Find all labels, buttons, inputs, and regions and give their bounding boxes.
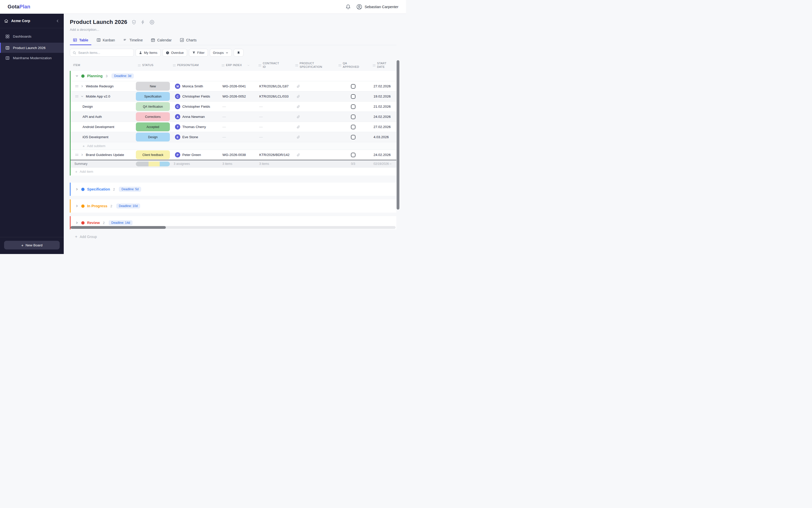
drag-handle-icon[interactable] [75,95,79,97]
item-name[interactable]: API and Auth [83,115,102,119]
item-name[interactable]: Design [83,104,93,109]
shield-check-icon[interactable] [132,20,136,25]
sidebar-item-dashboards[interactable]: Dashboards [0,31,64,41]
subitem-row[interactable]: Design QA Verification CChristopher Fiel… [71,101,396,112]
sidebar-item-product-launch-2026[interactable]: Product Launch 2026 [0,43,64,53]
person-name[interactable]: Christopher Fields [182,94,210,98]
drag-handle-icon[interactable] [75,85,79,87]
paperclip-icon[interactable] [296,94,300,98]
item-name[interactable]: iOS Development [83,135,108,139]
contract-id-cell[interactable]: — [256,122,293,132]
contract-id-cell[interactable]: — [256,112,293,122]
add-subitem-button[interactable]: + Add subitem [71,142,396,150]
add-group-button[interactable]: + Add Group [75,235,406,239]
erp-index-cell[interactable]: — [219,112,256,122]
expand-row-icon[interactable] [81,153,84,157]
tab-kanban[interactable]: Kanban [93,36,118,45]
column-header-qa-approved[interactable]: QAAPPROVED [335,62,369,69]
horizontal-scrollbar-track[interactable] [71,226,396,229]
vertical-scrollbar[interactable] [397,60,399,210]
lightning-icon[interactable] [141,20,145,25]
start-date-cell[interactable]: 4.03.2026 [370,132,396,142]
collapse-sidebar-icon[interactable] [56,19,60,23]
group-name[interactable]: Planning [87,74,102,78]
erp-index-cell[interactable]: WG-2026-0038 [219,150,256,160]
erp-index-cell[interactable]: WG-2026-0052 [219,91,256,101]
user-menu[interactable]: Sebastian Carpenter [356,4,398,10]
group-name[interactable]: Specification [87,187,110,191]
start-date-cell[interactable]: 24.02.2026 [370,150,396,160]
contract-id-cell[interactable]: KTR/2026/BDR/142 [256,150,293,160]
start-date-cell[interactable]: 27.02.2026 [370,81,396,91]
qa-checkbox[interactable] [351,94,356,99]
status-badge[interactable]: QA Verification [136,102,170,111]
erp-index-cell[interactable]: — [219,132,256,142]
item-name[interactable]: Brand Guidelines Update [86,153,124,157]
status-badge[interactable]: Corrections [136,112,170,121]
qa-checkbox[interactable] [351,104,356,109]
column-header-erp[interactable]: ERP INDEX [218,64,255,67]
column-header-person[interactable]: PERSON/TEAM [170,64,218,67]
my-items-button[interactable]: My Items [136,49,161,57]
person-name[interactable]: Thomas Cherry [182,125,206,129]
subitem-row[interactable]: API and Auth Corrections AAnna Newman — … [71,112,396,122]
tab-table[interactable]: Table [70,36,91,45]
new-board-button[interactable]: + New Board [4,241,60,249]
start-date-cell[interactable]: 19.02.2026 [370,91,396,101]
column-header-status[interactable]: STATUS [135,64,170,67]
status-badge[interactable]: New [136,82,170,91]
board-description-placeholder[interactable]: Add a description... [70,28,400,32]
subitem-row[interactable]: Android Development Accepted TThomas Che… [71,122,396,132]
qa-checkbox[interactable] [351,125,356,129]
paperclip-icon[interactable] [296,153,300,157]
expand-group-icon[interactable] [75,204,79,208]
contract-id-cell[interactable]: KTR/2026/LCL/033 [256,91,293,101]
group-name[interactable]: In Progress [87,204,107,208]
paperclip-icon[interactable] [296,115,300,119]
contract-id-cell[interactable]: — [256,132,293,142]
column-header-start-date[interactable]: STARTDATE [369,62,396,69]
start-date-cell[interactable]: 27.02.2026 [370,122,396,132]
bookmark-button[interactable] [234,49,243,57]
workspace-header[interactable]: Acme Corp [0,14,64,28]
filter-button[interactable]: Filter [189,49,208,57]
deadline-badge[interactable]: Deadline: 3d [111,73,134,79]
expand-group-icon[interactable] [75,221,79,224]
deadline-badge[interactable]: Deadline: 10d [116,204,140,209]
paperclip-icon[interactable] [296,84,300,88]
paperclip-icon[interactable] [296,104,300,109]
erp-index-cell[interactable]: WG-2026-0041 [219,81,256,91]
add-item-button[interactable]: + Add item [71,167,396,175]
column-header-item[interactable]: ITEM [70,64,135,67]
start-date-cell[interactable]: 24.02.2026 [370,112,396,122]
item-name[interactable]: Android Development [83,125,114,129]
person-name[interactable]: Monica Smith [182,84,203,88]
person-name[interactable]: Anna Newman [182,115,205,119]
qa-checkbox[interactable] [351,153,356,157]
item-name[interactable]: Website Redesign [86,84,114,88]
table-row[interactable]: Brand Guidelines Update Client feedback … [71,150,396,160]
start-date-cell[interactable]: 21.02.2026 [370,101,396,112]
status-badge[interactable]: Client feedback [136,151,170,159]
overdue-button[interactable]: Overdue [163,49,187,57]
qa-checkbox[interactable] [351,135,356,139]
collapse-row-icon[interactable] [81,95,84,98]
search-input[interactable] [78,51,131,55]
expand-group-icon[interactable] [75,187,79,191]
person-name[interactable]: Christopher Fields [182,104,210,109]
expand-row-icon[interactable] [81,85,84,88]
qa-checkbox[interactable] [351,115,356,119]
person-name[interactable]: Eve Stone [182,135,198,139]
deadline-badge[interactable]: Deadline: 14d [109,220,133,225]
notifications-button[interactable] [346,4,351,9]
tab-charts[interactable]: Charts [177,36,199,45]
status-badge[interactable]: Accepted [136,122,170,131]
table-row[interactable]: Mobile App v2.0 Specification CChristoph… [71,91,396,101]
sidebar-item-mainframe-modernization[interactable]: Mainframe Modernization [0,53,64,63]
group-name[interactable]: Review [87,221,100,225]
erp-index-cell[interactable]: — [219,122,256,132]
person-name[interactable]: Peter Green [182,153,201,157]
paperclip-icon[interactable] [296,135,300,139]
status-badge[interactable]: Specification [136,92,170,101]
erp-index-cell[interactable]: — [219,101,256,112]
